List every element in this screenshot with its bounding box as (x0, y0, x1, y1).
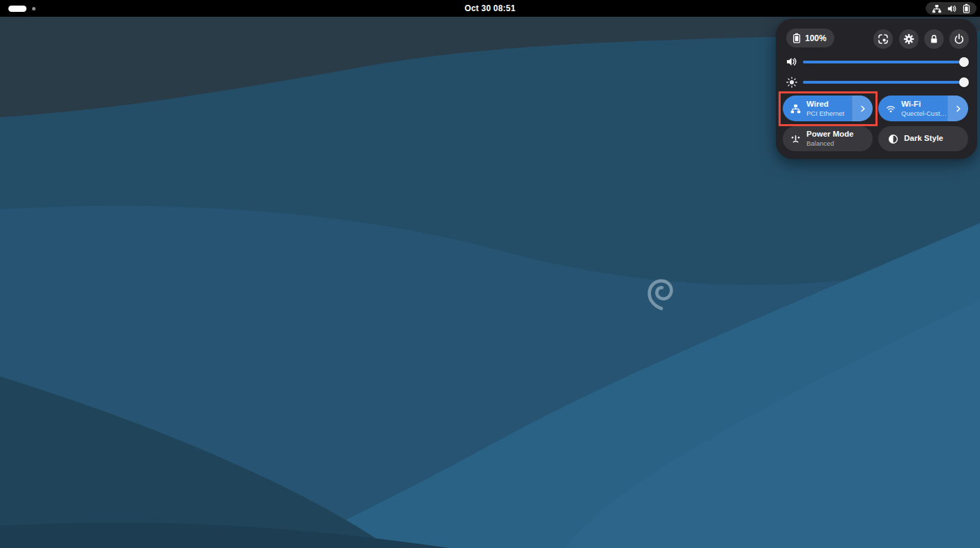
battery-icon (963, 3, 970, 13)
lock-button[interactable] (924, 29, 944, 49)
chevron-right-icon (954, 104, 963, 114)
chevron-right-icon (858, 104, 868, 114)
debian-logo (640, 272, 682, 315)
wifi-subtitle: Quectel-Custo… (901, 109, 947, 117)
quick-settings-panel: 100% (776, 19, 977, 159)
wired-subtitle: PCI Ethernet (806, 109, 844, 117)
brightness-slider-fill (803, 81, 967, 84)
network-wired-icon (790, 104, 801, 114)
power-icon (954, 33, 965, 45)
gear-icon (903, 33, 914, 45)
brightness-slider[interactable] (803, 77, 967, 87)
contrast-icon (888, 134, 898, 144)
battery-percent: 100% (805, 33, 827, 43)
battery-icon (793, 33, 801, 43)
speaker-icon (786, 56, 797, 67)
wired-title: Wired (806, 100, 844, 109)
power-mode-title: Power Mode (806, 130, 854, 139)
screenshot-icon (878, 33, 889, 45)
wired-expand-arrow[interactable] (852, 96, 873, 121)
power-button[interactable] (949, 29, 969, 49)
dark-style-title: Dark Style (904, 134, 943, 144)
settings-button[interactable] (899, 29, 919, 49)
brightness-slider-handle[interactable] (959, 77, 969, 87)
wifi-title: Wi-Fi (901, 100, 947, 109)
wired-toggle[interactable]: Wired PCI Ethernet (783, 96, 873, 121)
wifi-icon (886, 104, 896, 114)
sun-icon (786, 77, 797, 88)
power-profile-icon (790, 134, 801, 144)
clock[interactable]: Oct 30 08:51 (0, 3, 980, 13)
battery-indicator[interactable]: 100% (786, 29, 834, 47)
wifi-expand-arrow[interactable] (947, 96, 968, 121)
volume-slider-handle[interactable] (959, 57, 969, 67)
wifi-toggle[interactable]: Wi-Fi Quectel-Custo… (878, 96, 968, 121)
network-wired-icon (932, 4, 942, 13)
desktop: Oct 30 08:51 (0, 0, 980, 548)
system-tray[interactable] (926, 2, 977, 15)
volume-icon (947, 4, 957, 13)
power-mode-subtitle: Balanced (806, 139, 854, 147)
volume-slider-fill (803, 61, 967, 63)
top-bar: Oct 30 08:51 (0, 0, 980, 17)
dark-style-toggle[interactable]: Dark Style (878, 126, 968, 151)
volume-slider[interactable] (803, 57, 967, 67)
power-mode-toggle[interactable]: Power Mode Balanced (783, 126, 873, 151)
lock-icon (928, 33, 940, 45)
screenshot-button[interactable] (873, 29, 893, 49)
